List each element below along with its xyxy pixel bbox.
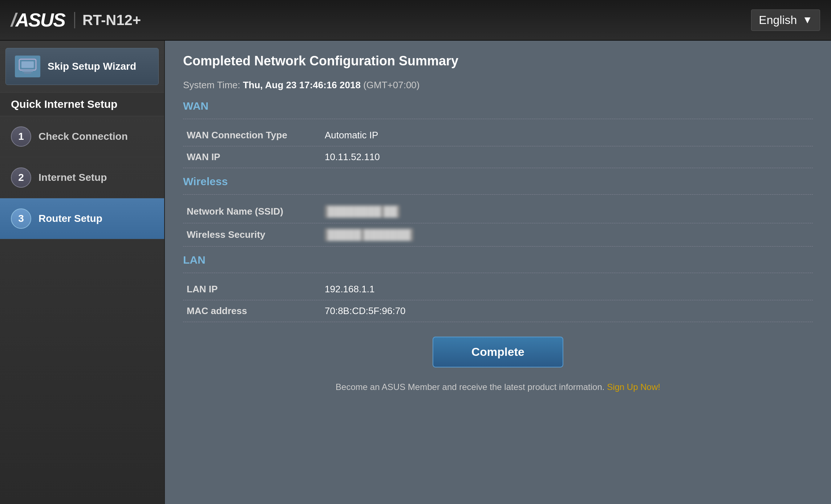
- wan-divider: [183, 119, 813, 119]
- step-2-circle: 2: [11, 167, 31, 188]
- sidebar-item-check-connection[interactable]: 1 Check Connection: [0, 116, 164, 157]
- mac-address-value: 70:8B:CD:5F:96:70: [325, 305, 406, 317]
- skip-setup-wizard-button[interactable]: Skip Setup Wizard: [5, 48, 159, 85]
- skip-setup-icon: [15, 56, 40, 77]
- page-title: Completed Network Configuration Summary: [183, 53, 813, 69]
- wireless-security-label: Wireless Security: [187, 229, 325, 240]
- quick-internet-setup-label: Quick Internet Setup: [0, 92, 164, 116]
- wireless-security-value: █████ ███████: [325, 228, 413, 241]
- system-time-value: Thu, Aug 23 17:46:16 2018: [243, 80, 361, 90]
- step-3-circle: 3: [11, 208, 31, 229]
- asus-logo: /ASUS: [11, 9, 65, 31]
- skip-setup-label: Skip Setup Wizard: [48, 60, 136, 73]
- header: /ASUS RT-N12+ English ▼: [0, 0, 831, 41]
- lan-divider: [183, 273, 813, 273]
- main-layout: Skip Setup Wizard Quick Internet Setup 1…: [0, 41, 831, 504]
- lan-ip-row: LAN IP 192.168.1.1: [183, 279, 813, 300]
- svg-rect-1: [21, 61, 34, 68]
- network-name-label: Network Name (SSID): [187, 206, 325, 217]
- wireless-divider: [183, 194, 813, 195]
- wan-connection-type-row: WAN Connection Type Automatic IP: [183, 125, 813, 146]
- wireless-section-header: Wireless: [183, 175, 813, 191]
- step-1-label: Check Connection: [38, 131, 128, 142]
- network-name-row: Network Name (SSID) ████████ ██: [183, 200, 813, 223]
- wan-ip-value: 10.11.52.110: [325, 151, 380, 163]
- step-2-label: Internet Setup: [38, 172, 107, 183]
- wan-ip-row: WAN IP 10.11.52.110: [183, 146, 813, 168]
- language-text: English: [759, 13, 797, 27]
- step-1-circle: 1: [11, 126, 31, 147]
- lan-section-header: LAN: [183, 254, 813, 269]
- router-model: RT-N12+: [74, 12, 141, 28]
- wan-section-header: WAN: [183, 100, 813, 115]
- step-3-label: Router Setup: [38, 213, 102, 224]
- sidebar: Skip Setup Wizard Quick Internet Setup 1…: [0, 41, 165, 504]
- system-time-row: System Time: Thu, Aug 23 17:46:16 2018 (…: [183, 80, 813, 91]
- wan-ip-label: WAN IP: [187, 151, 325, 163]
- language-selector[interactable]: English ▼: [751, 9, 820, 31]
- sign-up-link[interactable]: Sign Up Now!: [607, 382, 660, 392]
- wireless-security-row: Wireless Security █████ ███████: [183, 223, 813, 247]
- sidebar-item-router-setup[interactable]: 3 Router Setup: [0, 198, 164, 239]
- complete-button[interactable]: Complete: [433, 337, 563, 367]
- member-notice-text: Become an ASUS Member and receive the la…: [336, 382, 604, 392]
- wan-connection-type-value: Automatic IP: [325, 130, 378, 141]
- svg-rect-2: [22, 70, 33, 72]
- wan-connection-type-label: WAN Connection Type: [187, 130, 325, 141]
- chevron-down-icon: ▼: [802, 14, 812, 26]
- lan-ip-label: LAN IP: [187, 284, 325, 295]
- system-time-label: System Time:: [183, 80, 240, 90]
- mac-address-row: MAC address 70:8B:CD:5F:96:70: [183, 300, 813, 322]
- sidebar-item-internet-setup[interactable]: 2 Internet Setup: [0, 157, 164, 198]
- content-area: Completed Network Configuration Summary …: [165, 41, 831, 504]
- lan-ip-value: 192.168.1.1: [325, 284, 374, 295]
- system-time-tz: (GMT+07:00): [363, 80, 419, 90]
- config-summary: System Time: Thu, Aug 23 17:46:16 2018 (…: [183, 80, 813, 392]
- logo-area: /ASUS RT-N12+: [11, 9, 141, 31]
- svg-rect-3: [24, 72, 31, 74]
- mac-address-label: MAC address: [187, 305, 325, 317]
- member-notice: Become an ASUS Member and receive the la…: [183, 382, 813, 392]
- network-name-value: ████████ ██: [325, 205, 400, 218]
